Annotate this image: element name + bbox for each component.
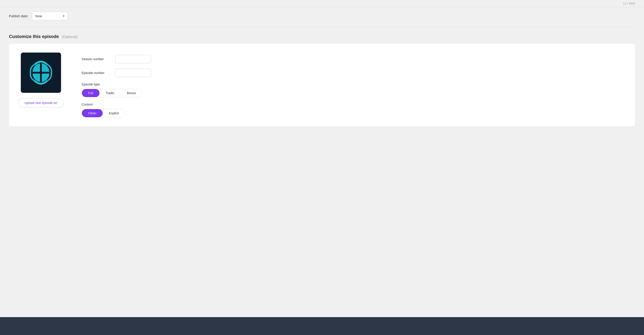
customize-card: Upload new episode art Season number Epi… xyxy=(9,44,635,126)
episode-number-input[interactable] xyxy=(115,69,151,77)
episode-type-bonus-button[interactable]: Bonus xyxy=(121,89,142,97)
publish-date-select[interactable]: Now Schedule xyxy=(32,12,68,20)
content-toggle-group: Clean Explicit xyxy=(82,109,125,118)
season-number-input[interactable] xyxy=(115,55,151,63)
content-clean-button[interactable]: Clean xyxy=(82,109,103,117)
content-explicit-button[interactable]: Explicit xyxy=(103,109,125,117)
customize-title-text: Customize this episode xyxy=(9,34,59,39)
footer-bar xyxy=(0,317,644,335)
publish-section: Publish date: Now Schedule ▼ xyxy=(0,7,644,27)
char-count: 12 / 4000 xyxy=(623,2,635,5)
main-content: 12 / 4000 Publish date: Now Schedule ▼ C… xyxy=(0,0,644,317)
publish-row: Publish date: Now Schedule ▼ xyxy=(9,12,635,20)
optional-label: (Optional) xyxy=(62,35,78,39)
publish-date-select-wrapper: Now Schedule ▼ xyxy=(32,12,68,20)
content-label: Content xyxy=(82,103,626,106)
episode-type-toggle-group: Full Trailer Bonus xyxy=(82,89,142,97)
publish-date-label: Publish date: xyxy=(9,14,28,18)
svg-rect-4 xyxy=(40,63,42,82)
settings-section: Season number Episode number Episode typ… xyxy=(82,52,626,118)
season-number-label: Season number xyxy=(82,57,111,61)
content-group: Content Clean Explicit xyxy=(82,103,626,118)
podcast-logo-svg xyxy=(23,55,59,90)
season-number-row: Season number xyxy=(82,55,626,63)
customize-section: Customize this episode (Optional) xyxy=(0,27,644,133)
episode-art xyxy=(21,52,61,93)
episode-type-full-button[interactable]: Full xyxy=(82,89,100,97)
customize-title: Customize this episode (Optional) xyxy=(9,34,635,39)
episode-type-group: Episode type Full Trailer Bonus xyxy=(82,82,626,97)
art-section: Upload new episode art xyxy=(18,52,64,108)
episode-type-label: Episode type xyxy=(82,82,626,86)
episode-number-label: Episode number xyxy=(82,71,111,75)
episode-type-trailer-button[interactable]: Trailer xyxy=(100,89,121,97)
episode-number-row: Episode number xyxy=(82,69,626,77)
top-bar: 12 / 4000 xyxy=(0,0,644,7)
upload-art-button[interactable]: Upload new episode art xyxy=(18,98,64,108)
